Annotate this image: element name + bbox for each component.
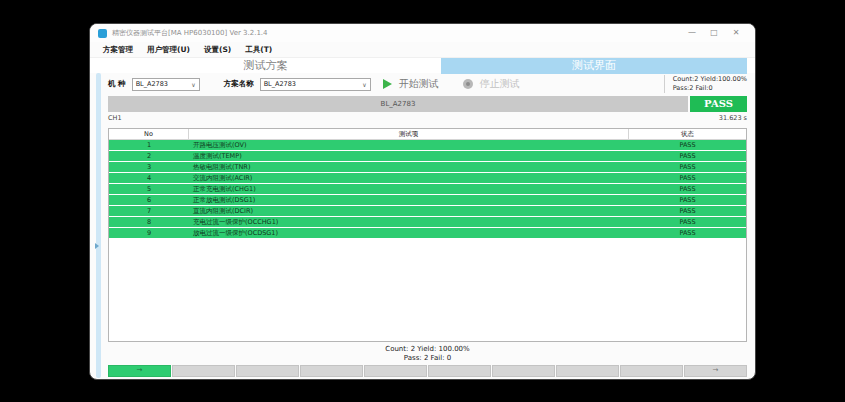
model-combobox[interactable]: BL_A2783 ∨ (132, 78, 200, 91)
control-row: 机 种 BL_A2783 ∨ 方案名称 BL_A2783 ∨ 开始测试 停止测试… (108, 74, 747, 94)
menu-bar: 方案管理 用户管理(U) 设置(S) 工具(T) (90, 42, 755, 57)
window-title: 精密仪器测试平台[MA HP6030100] Ver 3.2.1.4 (112, 28, 268, 38)
close-button[interactable]: ✕ (725, 24, 747, 42)
row-status: PASS (629, 151, 746, 161)
model-combobox-value: BL_A2783 (136, 80, 168, 88)
arrow-right-icon: → (137, 366, 143, 374)
row-status: PASS (629, 162, 746, 172)
table-row[interactable]: 9 放电过流一级保护(OCDSG1) PASS (109, 228, 746, 239)
table-row[interactable]: 5 正常充电测试(CHG1) PASS (109, 184, 746, 195)
row-no: 3 (109, 162, 189, 172)
model-label: 机 种 (108, 79, 126, 89)
left-splitter[interactable] (96, 73, 101, 378)
status-segment-end: → (684, 365, 747, 377)
stats-top-panel: Count:2 Yield:100.00% Pass:2 Fail:0 (664, 75, 747, 94)
row-status: PASS (629, 184, 746, 194)
row-item: 交流内阻测试(ACIR) (189, 173, 629, 183)
row-item: 开路电压测试(OV) (189, 140, 629, 150)
model-name-bar: BL_A2783 (108, 96, 688, 112)
status-segment (236, 365, 299, 377)
row-item: 直流内阻测试(DCIR) (189, 206, 629, 216)
channel-label: CH1 (108, 114, 122, 122)
row-status: PASS (629, 228, 746, 238)
row-status: PASS (629, 206, 746, 216)
status-segment-active: → (108, 365, 171, 377)
row-status: PASS (629, 195, 746, 205)
stop-test-button[interactable]: 停止测试 (480, 77, 520, 91)
row-item: 充电过流一级保护(OCCHG1) (189, 217, 629, 227)
status-segment (428, 365, 491, 377)
row-no: 1 (109, 140, 189, 150)
maximize-button[interactable]: □ (703, 24, 725, 42)
row-no: 9 (109, 228, 189, 238)
plan-name-label: 方案名称 (224, 79, 254, 89)
start-test-icon[interactable] (383, 79, 392, 89)
table-row[interactable]: 7 直流内阻测试(DCIR) PASS (109, 206, 746, 217)
row-no: 6 (109, 195, 189, 205)
stop-test-icon[interactable] (463, 79, 473, 89)
row-status: PASS (629, 217, 746, 227)
row-item: 正常充电测试(CHG1) (189, 184, 629, 194)
header-status: 状态 (629, 129, 746, 139)
plan-combobox-value: BL_A2783 (264, 80, 296, 88)
table-header-row: No 测试项 状态 (109, 129, 746, 140)
chevron-down-icon: ∨ (191, 81, 195, 88)
table-row[interactable]: 1 开路电压测试(OV) PASS (109, 140, 746, 151)
elapsed-time: 31.623 s (719, 114, 747, 122)
app-window: 精密仪器测试平台[MA HP6030100] Ver 3.2.1.4 — □ ✕… (89, 23, 756, 380)
status-strip: → → (108, 365, 747, 377)
summary-line1: Count: 2 Yield: 100.00% (108, 345, 747, 354)
test-item-table: No 测试项 状态 1 开路电压测试(OV) PASS 2 温度测试(TEMP)… (108, 128, 747, 342)
menu-user-management[interactable]: 用户管理(U) (140, 45, 197, 55)
menu-plan-management[interactable]: 方案管理 (96, 45, 140, 55)
app-icon (98, 29, 107, 38)
menu-settings[interactable]: 设置(S) (197, 45, 238, 55)
row-status: PASS (629, 140, 746, 150)
row-no: 4 (109, 173, 189, 183)
tab-test-interface[interactable]: 测试界面 (441, 58, 747, 74)
title-bar: 精密仪器测试平台[MA HP6030100] Ver 3.2.1.4 — □ ✕ (90, 24, 755, 42)
result-bar: BL_A2783 PASS (108, 96, 747, 112)
row-no: 7 (109, 206, 189, 216)
row-no: 8 (109, 217, 189, 227)
start-test-button[interactable]: 开始测试 (399, 77, 439, 91)
header-no: No (109, 129, 189, 139)
plan-combobox[interactable]: BL_A2783 ∨ (260, 78, 371, 91)
row-no: 2 (109, 151, 189, 161)
table-row[interactable]: 3 热敏电阻测试(TNR) PASS (109, 162, 746, 173)
tab-bar: 测试方案 测试界面 (90, 57, 755, 73)
summary-panel: Count: 2 Yield: 100.00% Pass: 2 Fail: 0 (108, 345, 747, 364)
table-row[interactable]: 2 温度测试(TEMP) PASS (109, 151, 746, 162)
minimize-button[interactable]: — (681, 24, 703, 42)
tab-test-plan[interactable]: 测试方案 (90, 58, 441, 74)
status-segment (556, 365, 619, 377)
status-segment (172, 365, 235, 377)
row-item: 放电过流一级保护(OCDSG1) (189, 228, 629, 238)
screen-background: 精密仪器测试平台[MA HP6030100] Ver 3.2.1.4 — □ ✕… (0, 0, 845, 402)
menu-tools[interactable]: 工具(T) (238, 45, 279, 55)
status-segment (364, 365, 427, 377)
row-item: 热敏电阻测试(TNR) (189, 162, 629, 172)
row-item: 温度测试(TEMP) (189, 151, 629, 161)
channel-row: CH1 31.623 s (108, 114, 747, 122)
stats-top-line1: Count:2 Yield:100.00% (673, 75, 747, 84)
table-row[interactable]: 8 充电过流一级保护(OCCHG1) PASS (109, 217, 746, 228)
arrow-right-icon: → (713, 366, 719, 374)
row-status: PASS (629, 173, 746, 183)
stats-top-line2: Pass:2 Fail:0 (673, 84, 747, 93)
header-test-item: 测试项 (189, 129, 629, 139)
chevron-down-icon: ∨ (362, 81, 366, 88)
row-no: 5 (109, 184, 189, 194)
table-row[interactable]: 4 交流内阻测试(ACIR) PASS (109, 173, 746, 184)
splitter-expand-icon (95, 243, 99, 249)
row-item: 正常放电测试(DSG1) (189, 195, 629, 205)
summary-line2: Pass: 2 Fail: 0 (108, 354, 747, 363)
status-segment (620, 365, 683, 377)
status-segment (300, 365, 363, 377)
pass-status-badge: PASS (690, 96, 747, 112)
table-row[interactable]: 6 正常放电测试(DSG1) PASS (109, 195, 746, 206)
window-controls: — □ ✕ (681, 24, 747, 42)
status-segment (492, 365, 555, 377)
